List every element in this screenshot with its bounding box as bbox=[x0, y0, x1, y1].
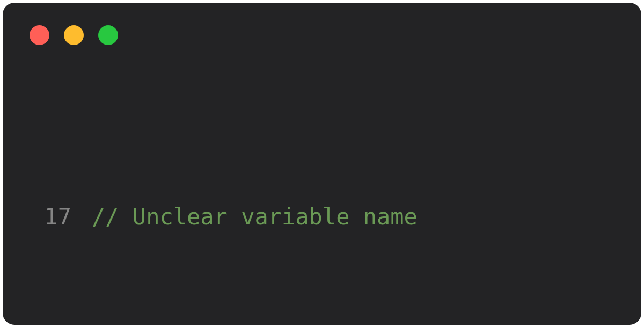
line-content: // Unclear variable name bbox=[71, 196, 418, 238]
code-window: 17 // Unclear variable name 18 const d =… bbox=[3, 3, 641, 325]
comment-text: // Unclear variable name bbox=[92, 204, 418, 230]
close-icon[interactable] bbox=[30, 25, 49, 45]
code-line: 17 // Unclear variable name bbox=[30, 196, 614, 238]
maximize-icon[interactable] bbox=[98, 25, 118, 45]
minimize-icon[interactable] bbox=[64, 25, 84, 45]
line-number: 17 bbox=[30, 196, 71, 238]
traffic-lights bbox=[30, 25, 614, 45]
code-block: 17 // Unclear variable name 18 const d =… bbox=[30, 71, 614, 325]
